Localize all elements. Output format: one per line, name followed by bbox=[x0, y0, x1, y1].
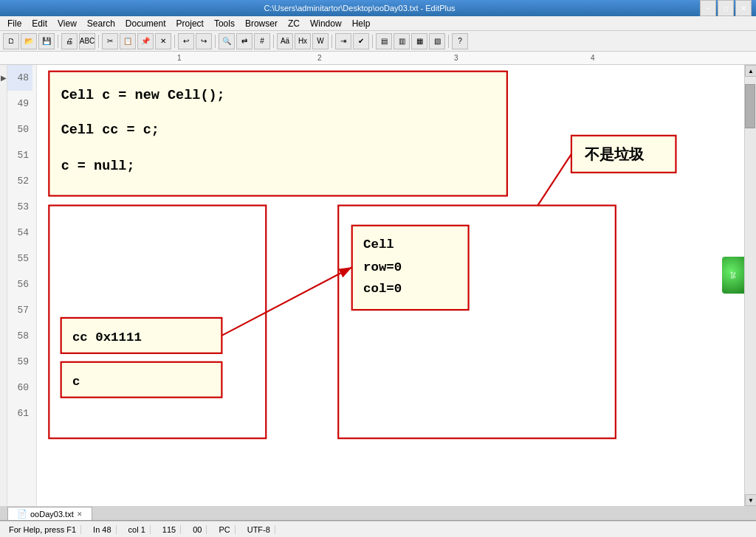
scrollbar-vertical[interactable]: ▲ ▼ bbox=[744, 65, 756, 506]
status-bar: For Help, press F1 In 48 col 1 115 00 PC… bbox=[0, 521, 756, 537]
status-num: 00 bbox=[188, 525, 207, 534]
ruler-mark-1: 1 bbox=[177, 54, 182, 62]
tab-label: ooDay03.txt bbox=[30, 510, 74, 519]
title-bar: C:\Users\adminitartor\Desktop\ooDay03.tx… bbox=[0, 0, 756, 16]
menu-project[interactable]: Project bbox=[172, 17, 208, 30]
scroll-track[interactable] bbox=[745, 77, 756, 494]
fold-indicator: ▶ bbox=[0, 65, 7, 506]
toolbar-paste[interactable]: 📌 bbox=[137, 33, 154, 49]
ruler-mark-3: 3 bbox=[454, 54, 458, 62]
toolbar-sep1 bbox=[58, 35, 58, 48]
status-help: For Help, press F1 bbox=[4, 525, 81, 534]
svg-text:Cell: Cell bbox=[363, 238, 394, 252]
toolbar-redo[interactable]: ↪ bbox=[196, 33, 212, 49]
menu-browser[interactable]: Browser bbox=[241, 17, 282, 30]
toolbar-spellcheck[interactable]: ABC bbox=[79, 33, 95, 49]
line-num-50: 50 bbox=[7, 117, 32, 142]
line-num-51: 51 bbox=[7, 142, 32, 168]
toolbar-delete[interactable]: ✕ bbox=[155, 33, 171, 49]
menu-window[interactable]: Window bbox=[306, 17, 346, 30]
toolbar-replace[interactable]: ⇄ bbox=[236, 33, 252, 49]
toolbar-sep4 bbox=[215, 35, 216, 48]
menu-search[interactable]: Search bbox=[83, 17, 120, 30]
close-button[interactable]: ✕ bbox=[735, 0, 752, 16]
menu-help[interactable]: Help bbox=[348, 17, 375, 30]
ruler: 1 2 3 4 bbox=[0, 52, 756, 65]
line-num-61: 61 bbox=[7, 401, 32, 426]
toolbar-open[interactable]: 📂 bbox=[21, 33, 37, 49]
window-title: C:\Users\adminitartor\Desktop\ooDay03.tx… bbox=[19, 4, 700, 13]
toolbar-misc[interactable]: ? bbox=[452, 33, 468, 49]
svg-text:c: c bbox=[72, 375, 80, 389]
menu-file[interactable]: File bbox=[3, 17, 26, 30]
scroll-down-arrow[interactable]: ▼ bbox=[745, 494, 756, 506]
toolbar-goto[interactable]: # bbox=[254, 33, 270, 49]
toolbar-W[interactable]: W bbox=[312, 33, 329, 49]
menu-bar: File Edit View Search Document Project T… bbox=[0, 16, 756, 31]
toolbar-tab[interactable]: ⇥ bbox=[335, 33, 351, 49]
line-num-54: 54 bbox=[7, 220, 32, 246]
line-num-57: 57 bbox=[7, 297, 32, 323]
line-numbers: 48 49 50 51 52 53 54 55 56 57 58 59 60 6… bbox=[7, 65, 37, 506]
svg-text:Cell cc = c;: Cell cc = c; bbox=[61, 122, 159, 138]
line-num-58: 58 bbox=[7, 323, 32, 349]
green-circle-text: 26 bbox=[729, 271, 737, 279]
toolbar-find[interactable]: 🔍 bbox=[219, 33, 235, 49]
toolbar-sep8 bbox=[448, 35, 449, 48]
menu-tools[interactable]: Tools bbox=[210, 17, 239, 30]
toolbar-block2[interactable]: ▥ bbox=[394, 33, 410, 49]
toolbar-sep2 bbox=[98, 35, 99, 48]
line-num-56: 56 bbox=[7, 271, 32, 297]
menu-zc[interactable]: ZC bbox=[284, 17, 304, 30]
tab-icon: 📄 bbox=[17, 509, 27, 519]
toolbar: 🗋 📂 💾 🖨 ABC ✂ 📋 📌 ✕ ↩ ↪ 🔍 ⇄ # Aä Hx W ⇥ … bbox=[0, 31, 756, 52]
tab-bar: 📄 ooDay03.txt ✕ bbox=[0, 506, 756, 521]
toolbar-cut[interactable]: ✂ bbox=[102, 33, 118, 49]
code-area[interactable]: Cell c = new Cell(); Cell cc = c; c = nu… bbox=[37, 65, 744, 506]
svg-text:Cell c = new Cell();: Cell c = new Cell(); bbox=[61, 88, 225, 103]
line-num-53: 53 bbox=[7, 194, 32, 220]
scroll-up-arrow[interactable]: ▲ bbox=[745, 65, 756, 77]
tab-close-icon[interactable]: ✕ bbox=[77, 510, 83, 518]
toolbar-sep5 bbox=[273, 35, 274, 48]
menu-document[interactable]: Document bbox=[121, 17, 171, 30]
ruler-content: 1 2 3 4 bbox=[63, 52, 756, 64]
toolbar-block4[interactable]: ▧ bbox=[429, 33, 445, 49]
toolbar-new[interactable]: 🗋 bbox=[3, 33, 19, 49]
toolbar-sep6 bbox=[331, 35, 332, 48]
toolbar-undo[interactable]: ↩ bbox=[178, 33, 194, 49]
status-ln: In 48 bbox=[89, 525, 116, 534]
minimize-button[interactable]: − bbox=[700, 0, 716, 16]
window-controls[interactable]: − □ ✕ bbox=[700, 0, 752, 16]
menu-view[interactable]: View bbox=[53, 17, 81, 30]
line-num-49: 49 bbox=[7, 91, 32, 117]
toolbar-block1[interactable]: ▤ bbox=[376, 33, 392, 49]
toolbar-sep3 bbox=[174, 35, 175, 48]
scroll-thumb[interactable] bbox=[745, 84, 755, 128]
svg-text:row=0: row=0 bbox=[363, 260, 402, 274]
editor-container: ▶ 48 49 50 51 52 53 54 55 56 57 58 59 60… bbox=[0, 65, 756, 506]
svg-rect-11 bbox=[61, 362, 222, 398]
svg-text:不是垃圾: 不是垃圾 bbox=[584, 146, 645, 162]
toolbar-A[interactable]: Aä bbox=[277, 33, 293, 49]
line-num-52: 52 bbox=[7, 168, 32, 194]
toolbar-print[interactable]: 🖨 bbox=[61, 33, 78, 49]
toolbar-copy[interactable]: 📋 bbox=[120, 33, 136, 49]
toolbar-check[interactable]: ✔ bbox=[353, 33, 369, 49]
diagram-svg: Cell c = new Cell(); Cell cc = c; c = nu… bbox=[37, 65, 744, 506]
status-chars: 115 bbox=[158, 525, 181, 534]
maximize-button[interactable]: □ bbox=[718, 0, 734, 16]
status-encoding: UTF-8 bbox=[243, 525, 275, 534]
svg-text:col=0: col=0 bbox=[363, 282, 402, 296]
line-num-59: 59 bbox=[7, 349, 32, 375]
menu-edit[interactable]: Edit bbox=[27, 17, 52, 30]
toolbar-sep7 bbox=[372, 35, 373, 48]
tab-ooday03[interactable]: 📄 ooDay03.txt ✕ bbox=[7, 507, 92, 520]
ruler-mark-2: 2 bbox=[317, 54, 322, 62]
green-circle-decoration: 26 bbox=[722, 257, 744, 294]
toolbar-Hx[interactable]: Hx bbox=[295, 33, 311, 49]
toolbar-block3[interactable]: ▦ bbox=[411, 33, 427, 49]
svg-text:c = null;: c = null; bbox=[61, 159, 135, 174]
toolbar-save[interactable]: 💾 bbox=[38, 33, 55, 49]
status-mode: PC bbox=[214, 525, 235, 534]
